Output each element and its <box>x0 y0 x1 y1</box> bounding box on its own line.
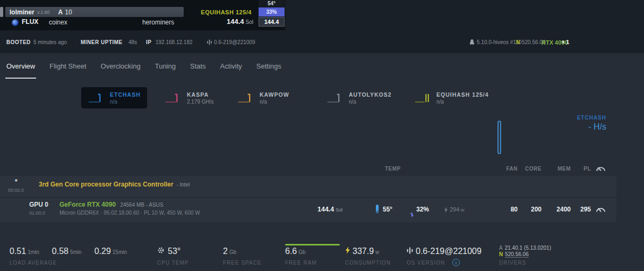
algo-chip-kawpow[interactable]: KAWPOW n/a <box>237 87 289 108</box>
tab-overview[interactable]: Overview <box>6 62 35 70</box>
gpu-fan-setting: 80 <box>496 206 518 213</box>
algo-name: KAWPOW <box>260 91 289 98</box>
drivers-label: DRIVERS <box>499 260 526 266</box>
coin-hashrate-unit: Sol <box>246 19 253 25</box>
ip-label: IP <box>146 39 151 45</box>
gpu-name-line: GeForce RTX 4090 24564 MB - ASUS <box>59 201 164 208</box>
top-section: lolminer v.1.60 A 10 EQUIHASH 125/4 FLUX… <box>0 0 644 53</box>
cpu-temp: 53° <box>168 247 181 256</box>
update-available-badge[interactable]: 1 <box>452 259 460 266</box>
linux-tux-icon <box>469 39 475 46</box>
miner-row[interactable]: lolminer v.1.60 A 10 <box>5 7 184 17</box>
miner-summary-table: lolminer v.1.60 A 10 EQUIHASH 125/4 FLUX… <box>0 0 285 30</box>
algo-value: n/a <box>436 99 489 105</box>
driver-amd-line: A21.40.1 (5.13.0201) <box>499 245 551 251</box>
integrated-gpu-name[interactable]: 3rd Gen Core processor Graphics Controll… <box>39 181 190 188</box>
free-space-value: 2Gb <box>223 247 236 256</box>
row-index: GPU 0 <box>29 201 48 208</box>
gpu-memory-vendor: 24564 MB - ASUS <box>120 202 163 208</box>
header-mem: MEM <box>546 166 571 172</box>
load-1min: 0.51 <box>10 247 26 256</box>
pool-name[interactable]: herominers <box>142 19 174 26</box>
load-average-label: LOAD AVERAGE <box>10 260 57 266</box>
gear-icon <box>157 247 165 256</box>
integrated-gpu-name-text: 3rd Gen Core processor Graphics Controll… <box>39 181 173 188</box>
sparkline-icon <box>88 92 106 104</box>
kernel-version: 5.10.0-hiveos #110 <box>477 39 521 45</box>
tab-activity[interactable]: Activity <box>220 62 242 70</box>
gpu-hashrate: 144.4Sol <box>317 206 342 213</box>
table-row-integrated-gpu[interactable]: * 00:02.0 3rd Gen Core processor Graphic… <box>0 176 616 197</box>
coin-row[interactable]: FLUX coinex herominers 144.4Sol <box>5 18 253 28</box>
load-1min-unit: 1min <box>28 249 39 255</box>
ip-value: 192.168.12.182 <box>156 39 193 45</box>
sparkline-icon <box>327 92 345 104</box>
consumption-bolt-icon <box>345 247 350 256</box>
gauge-all-icon[interactable]: all <box>596 164 606 171</box>
gpu-core-clock: 200 <box>520 206 542 213</box>
gpu-temp: 55° <box>383 206 392 213</box>
chart-legend-value: - H/s <box>542 122 606 132</box>
consumption: 337.9 <box>353 247 374 256</box>
pci-bus-id: 01:00.0 <box>29 210 45 216</box>
miner-name[interactable]: lolminer <box>10 9 35 16</box>
consumption-label: CONSUMPTION <box>345 260 391 266</box>
free-ram-unit: Gb <box>298 249 305 255</box>
gauge-all-sub: all <box>596 168 600 171</box>
algo-chip-autolykos2[interactable]: AUTOLYKOS2 n/a <box>327 87 392 108</box>
load-15min: 0.29 <box>95 247 111 256</box>
worker-info-bar: BOOTED 5 minutes ago MINER UPTIME 48s IP… <box>0 33 644 51</box>
gpu-power-limit: 295 <box>574 206 591 213</box>
os-version: 0.6-219@221009 <box>416 247 482 256</box>
hiveos-worker-dashboard: lolminer v.1.60 A 10 EQUIHASH 125/4 FLUX… <box>0 0 644 271</box>
fan-icon <box>410 209 414 219</box>
load-average-values: 0.511min 0.585min 0.2915min <box>10 247 127 256</box>
algo-chip-etchash[interactable]: ETCHASH n/a <box>81 87 147 108</box>
free-ram-value: 6.6Gb <box>285 247 306 256</box>
tab-overclocking[interactable]: Overclocking <box>101 62 141 70</box>
algo-chip-kaspa[interactable]: KASPA 2.179 GH/s <box>165 87 214 108</box>
tab-settings[interactable]: Settings <box>256 62 281 70</box>
load-5min: 0.58 <box>52 247 68 256</box>
os-version-top: 0.6-219@221009 <box>214 39 255 45</box>
gpu-power-unit: W <box>460 208 465 213</box>
system-stats-bar: 0.511min 0.585min 0.2915min LOAD AVERAGE… <box>0 234 644 271</box>
sparkline-icon <box>165 92 183 104</box>
miner-uptime-label: MINER UPTIME <box>81 39 123 45</box>
os-version-label: OS VERSION <box>407 260 445 266</box>
algo-name: KASPA <box>187 91 214 98</box>
free-ram-label: FREE RAM <box>285 260 317 266</box>
row-index: * <box>15 178 18 185</box>
gpu-oc-gauge-icon[interactable] <box>596 205 606 214</box>
driver-amd-version: 21.40.1 (5.13.0201) <box>505 245 551 251</box>
scrollbar-thumb[interactable] <box>0 7 3 17</box>
table-row-gpu0[interactable]: GPU 0 01:00.0 GeForce RTX 4090 24564 MB … <box>0 198 616 222</box>
gpu-detail-line: Micron GDDR6X · 95.02.18.00.60 · PL 10 W… <box>59 210 200 216</box>
consumption-value: 337.9w <box>345 247 379 256</box>
algo-value: 2.179 GH/s <box>187 99 214 105</box>
algo-chip-equihash[interactable]: EQUIHASH 125/4 n/a <box>414 87 489 108</box>
accepted-shares-value: 10 <box>65 9 72 16</box>
miner-uptime-value: 48s <box>128 39 137 45</box>
tab-flight-sheet[interactable]: Flight Sheet <box>49 62 86 70</box>
driver-nvidia-version[interactable]: 520.56.06 <box>505 251 529 258</box>
hiveos-logo-icon <box>207 39 212 46</box>
tab-stats[interactable]: Stats <box>190 62 206 70</box>
power-bolt-icon <box>444 206 448 215</box>
tab-tuning[interactable]: Tuning <box>155 62 176 70</box>
load-15min-unit: 15min <box>113 249 127 255</box>
active-tab-underline <box>5 78 36 79</box>
mini-stat-cells: 54° 33% 144.4 <box>259 0 285 27</box>
mini-temp-cell: 54° <box>259 0 285 7</box>
gpu-vendor: - Intel <box>176 182 190 188</box>
wallet-name[interactable]: coinex <box>49 19 67 26</box>
gpu-fan-percent: 32% <box>416 206 429 213</box>
algo-name: AUTOLYKOS2 <box>349 91 392 98</box>
hiveos-logo-icon <box>407 247 413 256</box>
gpu-count: × 1 <box>562 39 569 45</box>
algo-value: n/a <box>349 99 392 105</box>
gpu-name-link[interactable]: GeForce RTX 4090 <box>59 201 116 208</box>
gpu-power-draw: 294W <box>450 206 465 213</box>
gpu-mem-clock: 2400 <box>546 206 571 213</box>
gpu-hashrate-unit: Sol <box>336 207 342 213</box>
